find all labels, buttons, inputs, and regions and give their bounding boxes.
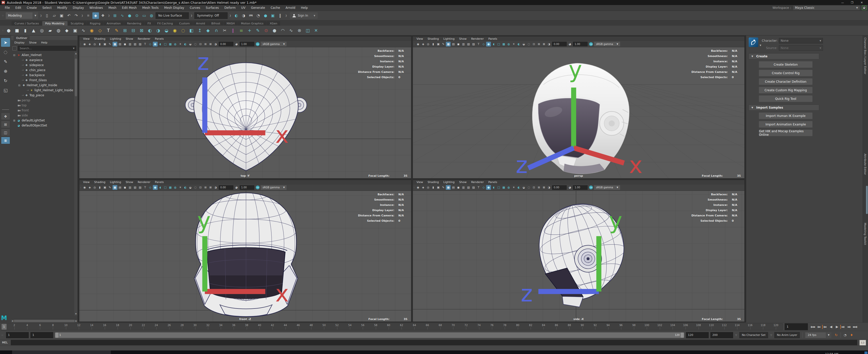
- symmetrize-icon[interactable]: ◫: [304, 27, 312, 34]
- isolate-select-icon[interactable]: ⊡: [198, 42, 203, 46]
- section-collapse-icon[interactable]: ❱: [107, 12, 111, 19]
- viewport-menu-lighting[interactable]: Lighting: [441, 37, 457, 40]
- snap-grid-icon[interactable]: ⊞: [112, 12, 118, 19]
- section-collapse-icon[interactable]: ❱: [285, 12, 288, 19]
- wireframe-icon[interactable]: ◇: [481, 185, 486, 190]
- shadows-icon[interactable]: ◐: [183, 42, 188, 46]
- safe-action-icon[interactable]: ▨: [138, 185, 143, 190]
- gate-mask-icon[interactable]: ▥: [128, 185, 132, 190]
- go-to-end-button[interactable]: ▶▶▮: [852, 324, 858, 330]
- bookmark-icon[interactable]: ▮: [431, 42, 435, 46]
- time-ruler-tick[interactable]: 26: [163, 324, 176, 330]
- flat-shade-icon[interactable]: ◖: [158, 42, 163, 46]
- field-chart-icon[interactable]: ▧: [133, 42, 137, 46]
- viewport-menu-renderer[interactable]: Renderer: [135, 180, 153, 184]
- exposure-icon[interactable]: ◑: [213, 42, 218, 46]
- resolution-gate-icon[interactable]: ◼: [123, 42, 127, 46]
- section-header-create[interactable]: ▼Create: [749, 53, 819, 59]
- outliner-item-front[interactable]: ■◀front: [11, 108, 78, 113]
- time-ruler-tick[interactable]: 32: [202, 324, 214, 330]
- select-tool[interactable]: ➤: [1, 38, 10, 47]
- character-set-dropdown[interactable]: No Character Set: [739, 332, 768, 338]
- poly-helix-icon[interactable]: ∿: [80, 27, 87, 34]
- shadows-icon[interactable]: ◐: [516, 185, 521, 190]
- outliner-item-backpiece[interactable]: –•❖backpiece: [11, 73, 78, 78]
- expander-plus-icon[interactable]: ⊞: [12, 119, 16, 122]
- layout-outliner-persp[interactable]: ≣: [1, 137, 10, 144]
- outliner-hscrollbar[interactable]: ◀▶: [11, 319, 78, 323]
- occlusion-icon[interactable]: ◒: [521, 42, 526, 46]
- shelf-tab-bifrost[interactable]: Bifrost: [208, 21, 223, 26]
- boolean-difference-icon[interactable]: ◑: [154, 27, 162, 34]
- viewport-menu-shading[interactable]: Shading: [426, 180, 441, 184]
- command-language-label[interactable]: MEL: [2, 341, 8, 344]
- viewport-menu-renderer[interactable]: Renderer: [135, 37, 153, 40]
- time-ruler-tick[interactable]: 64: [408, 324, 421, 330]
- viewport-menu-panels[interactable]: Panels: [486, 180, 499, 184]
- extrude-icon[interactable]: ↥: [196, 27, 204, 34]
- viewport-side[interactable]: ViewShadingLightingShowRendererPanels⁞◉◈…: [412, 180, 745, 322]
- safe-title-icon[interactable]: T: [143, 185, 148, 190]
- time-ruler-tick[interactable]: 62: [395, 324, 408, 330]
- shelf-tab-motion-graphics[interactable]: Motion Graphics: [238, 21, 266, 26]
- gamma-icon[interactable]: ◕: [234, 185, 239, 190]
- time-ruler[interactable]: 2468101214161820222426283032343638404244…: [1, 323, 783, 330]
- viewport-canvas-front[interactable]: Backfaces:N/ASmoothness:N/AInstance:N/AD…: [79, 191, 411, 322]
- time-ruler-tick[interactable]: 50: [318, 324, 331, 330]
- image-plane-icon[interactable]: ▣: [102, 42, 107, 46]
- grid-icon[interactable]: ▦: [113, 42, 117, 46]
- flat-shade-icon[interactable]: ◖: [491, 185, 496, 190]
- workspace-lock-icon[interactable]: [862, 5, 867, 10]
- time-ruler-tick[interactable]: 80: [511, 324, 524, 330]
- poly-torus-icon[interactable]: ◎: [38, 27, 46, 34]
- playback-start-field[interactable]: 1: [30, 332, 53, 338]
- pause-viewport-icon[interactable]: ‖: [277, 12, 283, 19]
- safe-title-icon[interactable]: T: [476, 185, 481, 190]
- colorspace-dropdown[interactable]: sRGB gamma▼: [260, 41, 287, 46]
- workspace-dropdown[interactable]: Maya Classic ▼: [793, 5, 860, 10]
- shelf-tab-rigging[interactable]: Rigging: [87, 21, 103, 26]
- bookmark-icon[interactable]: ▮: [97, 185, 102, 190]
- outliner-item-alien_helmet[interactable]: ⊟➤Alien_Helmet: [11, 52, 78, 58]
- poly-cone-icon[interactable]: ▲: [30, 27, 37, 34]
- view-transform-toggle[interactable]: ON: [589, 185, 593, 189]
- redo-icon[interactable]: ↷: [73, 12, 80, 19]
- quick-rig-tool-button[interactable]: Quick Rig Tool: [759, 95, 813, 102]
- camera-attributes-icon[interactable]: ◎: [92, 42, 97, 46]
- time-ruler-tick[interactable]: 4: [21, 324, 33, 330]
- time-ruler-tick[interactable]: 24: [150, 324, 163, 330]
- menu-surfaces[interactable]: Surfaces: [203, 6, 221, 9]
- time-ruler-tick[interactable]: 40: [253, 324, 266, 330]
- outliner-item-defaultobjectset[interactable]: ◕defaultObjectSet: [11, 123, 78, 128]
- flat-shade-icon[interactable]: ◖: [158, 185, 163, 190]
- source-dropdown[interactable]: None ▼: [779, 45, 823, 51]
- grid-icon[interactable]: ▦: [113, 185, 117, 190]
- drag-handle-icon[interactable]: ⁞: [80, 43, 81, 45]
- bounding-box-icon[interactable]: □: [496, 185, 501, 190]
- shadows-icon[interactable]: ◐: [516, 42, 521, 46]
- joint-xray-icon[interactable]: ⊠: [541, 42, 546, 46]
- panel-resize-handle[interactable]: [866, 186, 868, 214]
- insert-edge-loop-icon[interactable]: ∥: [229, 27, 237, 34]
- ipr-label-icon[interactable]: IPR: [248, 12, 254, 19]
- bevel-icon[interactable]: ◆: [204, 27, 212, 34]
- script-editor-button[interactable]: {;}: [860, 340, 866, 346]
- viewport-menu-view[interactable]: View: [414, 37, 426, 40]
- menu-edit-mesh[interactable]: Edit Mesh: [119, 6, 140, 9]
- snap-point-icon[interactable]: ●: [126, 12, 133, 19]
- maximize-button[interactable]: ❐: [847, 0, 857, 5]
- time-ruler-tick[interactable]: 18: [111, 324, 124, 330]
- shelf-tab-sculpting[interactable]: Sculpting: [68, 21, 87, 26]
- select-camera-icon[interactable]: ◉: [415, 42, 421, 46]
- create-character-definition-button[interactable]: Create Character Definition: [759, 78, 813, 85]
- time-ruler-tick[interactable]: 58: [369, 324, 382, 330]
- import-human-ik-example-button[interactable]: Import Human IK Example: [759, 112, 813, 119]
- motion-blur-icon[interactable]: ◌: [193, 185, 198, 190]
- field-chart-icon[interactable]: ▧: [133, 185, 137, 190]
- tab-modeling-toolkit[interactable]: Modeling Toolkit: [864, 223, 867, 245]
- colorspace-dropdown[interactable]: sRGB gamma▼: [594, 185, 620, 190]
- smooth-shade-icon[interactable]: ●: [153, 185, 158, 190]
- viewport-top[interactable]: ViewShadingLightingShowRendererPanels⁞◉◈…: [79, 36, 411, 178]
- command-input[interactable]: [11, 340, 857, 345]
- minimize-button[interactable]: —: [838, 0, 847, 5]
